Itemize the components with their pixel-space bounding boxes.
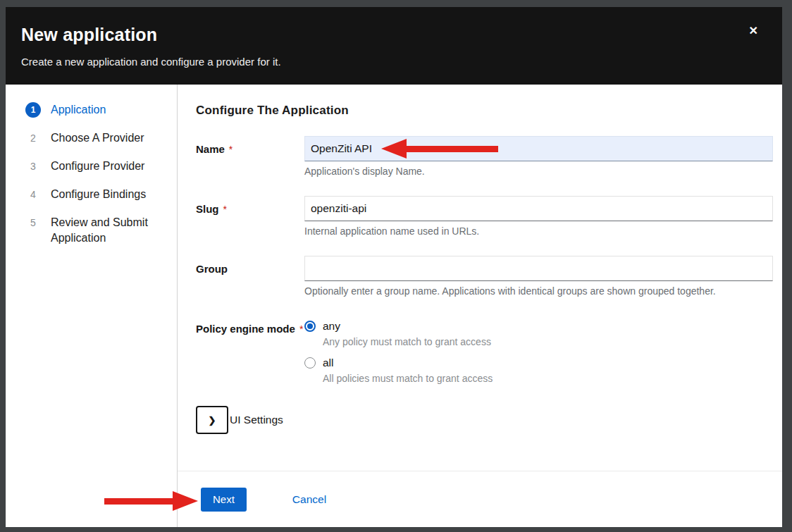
slug-form-row: Slug* Internal application name used in …: [196, 196, 773, 237]
page-title: Configure The Application: [196, 104, 773, 118]
wizard-main-column: Configure The Application Name* Applicat…: [178, 85, 782, 527]
radio-any-label[interactable]: any: [323, 320, 340, 333]
new-application-modal: New application Create a new application…: [6, 7, 782, 527]
slug-input[interactable]: [304, 196, 773, 221]
group-label: Group: [196, 256, 304, 297]
wizard-step-review-submit[interactable]: 5 Review and Submit Application: [25, 215, 170, 246]
wizard-nav: 1 Application 2 Choose A Provider 3 Conf…: [6, 85, 178, 527]
wizard-footer: Next Cancel: [178, 471, 782, 527]
wizard-step-application[interactable]: 1 Application: [25, 102, 170, 118]
close-icon[interactable]: ✕: [749, 25, 758, 37]
modal-body: 1 Application 2 Choose A Provider 3 Conf…: [6, 85, 782, 527]
policy-engine-mode-label: Policy engine mode*: [196, 316, 304, 385]
radio-all-button[interactable]: [304, 357, 316, 369]
name-helper-text: Application's display Name.: [304, 166, 773, 177]
radio-any-helper-text: Any policy must match to grant access: [323, 335, 773, 348]
wizard-step-choose-provider[interactable]: 2 Choose A Provider: [25, 130, 170, 146]
group-helper-text: Optionally enter a group name. Applicati…: [304, 286, 773, 297]
step-number: 2: [25, 130, 41, 146]
ui-settings-section: ❯ UI Settings: [196, 406, 773, 434]
modal-header: New application Create a new application…: [6, 7, 782, 85]
step-content: Configure The Application Name* Applicat…: [178, 85, 782, 471]
step-number: 4: [25, 187, 41, 202]
step-label: Choose A Provider: [51, 130, 144, 146]
step-label: Configure Provider: [51, 159, 144, 174]
slug-label: Slug*: [196, 196, 304, 237]
modal-title: New application: [21, 25, 767, 45]
modal-subtitle: Create a new application and configure a…: [21, 56, 767, 68]
slug-helper-text: Internal application name used in URLs.: [304, 226, 773, 237]
radio-all-label[interactable]: all: [323, 357, 334, 369]
radio-all-helper-text: All policies must match to grant access: [323, 372, 773, 385]
radio-option-all[interactable]: all: [304, 357, 773, 369]
required-asterisk: *: [229, 144, 233, 155]
cancel-link[interactable]: Cancel: [292, 493, 326, 506]
next-button[interactable]: Next: [201, 488, 247, 512]
name-input[interactable]: [304, 136, 773, 161]
step-number: 1: [25, 102, 41, 118]
ui-settings-label: UI Settings: [230, 414, 283, 426]
group-form-row: Group Optionally enter a group name. App…: [196, 256, 773, 297]
radio-any-button[interactable]: [304, 321, 316, 332]
name-form-row: Name* Application's display Name.: [196, 136, 773, 177]
policy-engine-mode-row: Policy engine mode* any Any policy must …: [196, 316, 773, 385]
radio-option-any[interactable]: any: [304, 320, 773, 333]
required-asterisk: *: [299, 323, 303, 335]
group-input[interactable]: [304, 256, 773, 281]
name-label: Name*: [196, 136, 304, 177]
step-label: Review and Submit Application: [51, 215, 162, 246]
wizard-step-configure-bindings[interactable]: 4 Configure Bindings: [25, 187, 170, 202]
chevron-right-icon[interactable]: ❯: [196, 406, 228, 434]
step-number: 5: [25, 215, 41, 230]
step-label: Application: [51, 102, 106, 118]
step-number: 3: [25, 159, 41, 174]
required-asterisk: *: [223, 204, 227, 215]
step-label: Configure Bindings: [51, 187, 146, 202]
wizard-step-configure-provider[interactable]: 3 Configure Provider: [25, 159, 170, 174]
